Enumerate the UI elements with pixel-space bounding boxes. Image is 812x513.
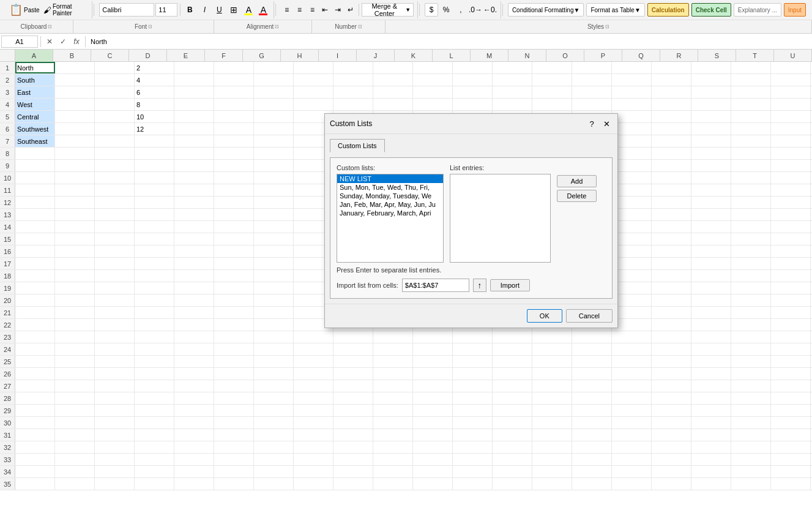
sheet-cell[interactable] <box>135 392 174 404</box>
sheet-cell[interactable] <box>572 405 612 416</box>
sheet-cell[interactable] <box>15 294 55 306</box>
sheet-cell[interactable] <box>652 148 691 159</box>
sheet-cell[interactable] <box>731 405 771 416</box>
sheet-cell[interactable] <box>572 380 612 392</box>
sheet-cell[interactable] <box>691 441 731 453</box>
cell-reference-box[interactable] <box>1 36 38 48</box>
sheet-cell[interactable] <box>333 343 373 355</box>
sheet-cell[interactable] <box>135 343 174 355</box>
sheet-cell[interactable] <box>294 417 333 429</box>
border-button[interactable]: ⊞ <box>227 3 240 17</box>
sheet-cell[interactable] <box>652 429 691 441</box>
sheet-cell[interactable] <box>95 454 135 465</box>
sheet-cell[interactable] <box>691 99 731 110</box>
sheet-cell[interactable] <box>55 294 95 306</box>
sheet-cell[interactable] <box>731 221 771 233</box>
sheet-cell[interactable] <box>771 331 811 343</box>
sheet-cell[interactable] <box>254 319 294 331</box>
sheet-cell[interactable] <box>771 123 811 135</box>
sheet-cell[interactable] <box>691 417 731 429</box>
sheet-cell[interactable]: 4 <box>135 74 174 86</box>
sheet-cell[interactable] <box>95 245 135 257</box>
sheet-cell[interactable] <box>333 392 373 404</box>
sheet-cell[interactable] <box>652 294 691 306</box>
sheet-cell[interactable] <box>254 123 294 135</box>
sheet-cell[interactable] <box>174 123 214 135</box>
sheet-cell[interactable] <box>572 74 612 86</box>
sheet-cell[interactable] <box>214 160 254 171</box>
import-cells-input[interactable] <box>402 279 469 292</box>
sheet-cell[interactable] <box>413 405 453 416</box>
sheet-cell[interactable] <box>95 331 135 343</box>
sheet-cell[interactable] <box>652 331 691 343</box>
sheet-cell[interactable] <box>413 454 453 465</box>
sheet-cell[interactable] <box>731 307 771 318</box>
sheet-cell[interactable] <box>135 282 174 294</box>
decrease-decimal-button[interactable]: ←0. <box>483 3 497 17</box>
sheet-cell[interactable] <box>731 343 771 355</box>
sheet-cell[interactable] <box>691 356 731 367</box>
sheet-cell[interactable] <box>135 270 174 282</box>
sheet-cell[interactable] <box>413 441 453 453</box>
sheet-cell[interactable] <box>174 441 214 453</box>
sheet-cell[interactable]: 8 <box>135 99 174 110</box>
sheet-cell[interactable] <box>731 466 771 477</box>
styles-expand-icon[interactable]: ⊡ <box>605 24 609 29</box>
sheet-cell[interactable] <box>652 197 691 208</box>
sheet-cell[interactable]: East <box>15 86 55 98</box>
sheet-cell[interactable] <box>214 86 254 98</box>
sheet-cell[interactable] <box>532 356 572 367</box>
sheet-cell[interactable] <box>214 270 254 282</box>
sheet-cell[interactable] <box>413 392 453 404</box>
sheet-cell[interactable] <box>174 135 214 147</box>
col-header-e[interactable]: E <box>167 50 205 62</box>
dialog-help-button[interactable]: ? <box>586 118 598 130</box>
sheet-cell[interactable] <box>174 245 214 257</box>
sheet-cell[interactable] <box>254 368 294 380</box>
sheet-cell[interactable] <box>95 343 135 355</box>
sheet-cell[interactable] <box>731 454 771 465</box>
sheet-cell[interactable] <box>612 331 652 343</box>
align-center-button[interactable]: ≡ <box>294 3 305 17</box>
sheet-cell[interactable] <box>135 429 174 441</box>
sheet-cell[interactable] <box>55 319 95 331</box>
sheet-cell[interactable] <box>453 466 493 477</box>
sheet-cell[interactable] <box>55 62 95 73</box>
sheet-cell[interactable] <box>254 233 294 245</box>
sheet-cell[interactable] <box>731 172 771 184</box>
sheet-cell[interactable]: West <box>15 99 55 110</box>
sheet-cell[interactable] <box>532 441 572 453</box>
sheet-cell[interactable] <box>174 331 214 343</box>
sheet-cell[interactable] <box>174 197 214 208</box>
sheet-cell[interactable] <box>691 368 731 380</box>
sheet-cell[interactable] <box>771 148 811 159</box>
sheet-cell[interactable] <box>174 270 214 282</box>
sheet-cell[interactable] <box>413 429 453 441</box>
sheet-cell[interactable] <box>612 441 652 453</box>
sheet-cell[interactable] <box>652 454 691 465</box>
sheet-cell[interactable] <box>254 148 294 159</box>
sheet-cell[interactable] <box>771 356 811 367</box>
sheet-cell[interactable] <box>612 62 652 73</box>
sheet-cell[interactable] <box>135 135 174 147</box>
col-header-r[interactable]: R <box>660 50 698 62</box>
sheet-cell[interactable] <box>333 86 373 98</box>
sheet-cell[interactable] <box>55 392 95 404</box>
sheet-cell[interactable] <box>254 380 294 392</box>
col-header-n[interactable]: N <box>508 50 546 62</box>
sheet-cell[interactable] <box>413 478 453 490</box>
list-item-new[interactable]: NEW LIST <box>337 174 443 183</box>
sheet-cell[interactable] <box>413 466 453 477</box>
sheet-cell[interactable] <box>55 135 95 147</box>
sheet-cell[interactable] <box>15 221 55 233</box>
sheet-cell[interactable] <box>373 331 413 343</box>
sheet-cell[interactable] <box>15 429 55 441</box>
sheet-cell[interactable] <box>731 209 771 220</box>
sheet-cell[interactable] <box>174 319 214 331</box>
sheet-cell[interactable] <box>254 221 294 233</box>
sheet-cell[interactable] <box>214 99 254 110</box>
sheet-cell[interactable] <box>532 74 572 86</box>
sheet-cell[interactable] <box>333 331 373 343</box>
sheet-cell[interactable] <box>135 209 174 220</box>
sheet-cell[interactable] <box>731 331 771 343</box>
